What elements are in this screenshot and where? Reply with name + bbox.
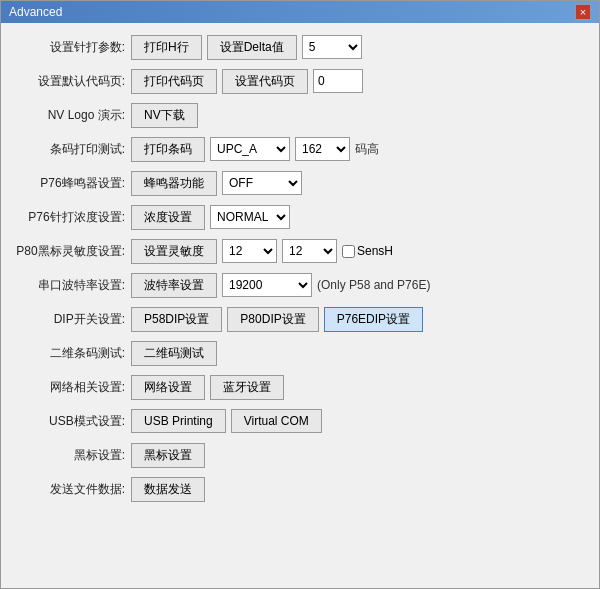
row-pin-params-label: 设置针打参数: — [15, 39, 125, 56]
row-dip-switch-label: DIP开关设置: — [15, 311, 125, 328]
density-set-button[interactable]: 浓度设置 — [131, 205, 205, 230]
sensh-checkbox-text: SensH — [357, 244, 393, 258]
row-default-codepage-label: 设置默认代码页: — [15, 73, 125, 90]
close-button[interactable]: × — [575, 4, 591, 20]
data-send-button[interactable]: 数据发送 — [131, 477, 205, 502]
print-h-line-button[interactable]: 打印H行 — [131, 35, 202, 60]
row-dip-switch: DIP开关设置:P58DIP设置P80DIP设置P76EDIP设置 — [15, 305, 585, 333]
row-p76-buzzer-label: P76蜂鸣器设置: — [15, 175, 125, 192]
buzzer-select[interactable]: OFFON — [222, 171, 302, 195]
row-p80-sensitivity-label: P80黑标灵敏度设置: — [15, 243, 125, 260]
set-codepage-button[interactable]: 设置代码页 — [222, 69, 308, 94]
row-p76-density: P76针打浓度设置:浓度设置NORMALLIGHTDARK — [15, 203, 585, 231]
row-barcode-test-controls: 打印条码UPC_A162码高 — [131, 137, 379, 162]
virtual-com-button[interactable]: Virtual COM — [231, 409, 322, 433]
density-select[interactable]: NORMALLIGHTDARK — [210, 205, 290, 229]
row-nv-logo-label: NV Logo 演示: — [15, 107, 125, 124]
sensitivity-set-button[interactable]: 设置灵敏度 — [131, 239, 217, 264]
row-p76-buzzer-controls: 蜂鸣器功能OFFON — [131, 171, 302, 196]
row-usb-mode-label: USB模式设置: — [15, 413, 125, 430]
codepage-input[interactable] — [313, 69, 363, 93]
sensh-checkbox[interactable] — [342, 245, 355, 258]
row-usb-mode-controls: USB PrintingVirtual COM — [131, 409, 322, 433]
row-serial-baud: 串口波特率设置:波特率设置19200960038400115200(Only P… — [15, 271, 585, 299]
print-codepage-button[interactable]: 打印代码页 — [131, 69, 217, 94]
row-2d-barcode: 二维条码测试:二维码测试 — [15, 339, 585, 367]
nv-download-button[interactable]: NV下载 — [131, 103, 198, 128]
buzzer-func-button[interactable]: 蜂鸣器功能 — [131, 171, 217, 196]
row-pin-params-controls: 打印H行设置Delta值5 — [131, 35, 362, 60]
row-p80-sensitivity: P80黑标灵敏度设置:设置灵敏度1212SensH — [15, 237, 585, 265]
row-default-codepage: 设置默认代码页:打印代码页设置代码页 — [15, 67, 585, 95]
row-2d-barcode-controls: 二维码测试 — [131, 341, 217, 366]
sensitivity-select2[interactable]: 12 — [282, 239, 337, 263]
barcode-num-select[interactable]: 162 — [295, 137, 350, 161]
row-nv-logo-controls: NV下载 — [131, 103, 198, 128]
title-bar: Advanced × — [1, 1, 599, 23]
row-network-label: 网络相关设置: — [15, 379, 125, 396]
window-title: Advanced — [9, 5, 62, 19]
row-p80-sensitivity-controls: 设置灵敏度1212SensH — [131, 239, 393, 264]
baud-set-button[interactable]: 波特率设置 — [131, 273, 217, 298]
row-black-mark: 黑标设置:黑标设置 — [15, 441, 585, 469]
row-serial-baud-label: 串口波特率设置: — [15, 277, 125, 294]
sensitivity-select1[interactable]: 12 — [222, 239, 277, 263]
network-set-button[interactable]: 网络设置 — [131, 375, 205, 400]
content-area: 设置针打参数:打印H行设置Delta值5设置默认代码页:打印代码页设置代码页NV… — [1, 23, 599, 588]
row-barcode-test: 条码打印测试:打印条码UPC_A162码高 — [15, 135, 585, 163]
print-barcode-button[interactable]: 打印条码 — [131, 137, 205, 162]
usb-printing-button[interactable]: USB Printing — [131, 409, 226, 433]
advanced-window: Advanced × 设置针打参数:打印H行设置Delta值5设置默认代码页:打… — [0, 0, 600, 589]
qrcode-test-button[interactable]: 二维码测试 — [131, 341, 217, 366]
barcode-height-label: 码高 — [355, 141, 379, 158]
row-network-controls: 网络设置蓝牙设置 — [131, 375, 284, 400]
baud-select[interactable]: 19200960038400115200 — [222, 273, 312, 297]
row-black-mark-label: 黑标设置: — [15, 447, 125, 464]
row-usb-mode: USB模式设置:USB PrintingVirtual COM — [15, 407, 585, 435]
row-p76-buzzer: P76蜂鸣器设置:蜂鸣器功能OFFON — [15, 169, 585, 197]
baud-note-label: (Only P58 and P76E) — [317, 278, 430, 292]
row-network: 网络相关设置:网络设置蓝牙设置 — [15, 373, 585, 401]
p80dip-button[interactable]: P80DIP设置 — [227, 307, 318, 332]
row-pin-params: 设置针打参数:打印H行设置Delta值5 — [15, 33, 585, 61]
delta-select[interactable]: 5 — [302, 35, 362, 59]
row-send-file-label: 发送文件数据: — [15, 481, 125, 498]
row-p76-density-label: P76针打浓度设置: — [15, 209, 125, 226]
row-serial-baud-controls: 波特率设置19200960038400115200(Only P58 and P… — [131, 273, 430, 298]
row-dip-switch-controls: P58DIP设置P80DIP设置P76EDIP设置 — [131, 307, 423, 332]
row-nv-logo: NV Logo 演示:NV下载 — [15, 101, 585, 129]
set-delta-button[interactable]: 设置Delta值 — [207, 35, 297, 60]
p76edip-button[interactable]: P76EDIP设置 — [324, 307, 423, 332]
row-barcode-test-label: 条码打印测试: — [15, 141, 125, 158]
barcode-type-select[interactable]: UPC_A — [210, 137, 290, 161]
bluetooth-set-button[interactable]: 蓝牙设置 — [210, 375, 284, 400]
sensh-checkbox-label[interactable]: SensH — [342, 244, 393, 258]
black-mark-button[interactable]: 黑标设置 — [131, 443, 205, 468]
row-default-codepage-controls: 打印代码页设置代码页 — [131, 69, 363, 94]
row-send-file: 发送文件数据:数据发送 — [15, 475, 585, 503]
row-p76-density-controls: 浓度设置NORMALLIGHTDARK — [131, 205, 290, 230]
p58dip-button[interactable]: P58DIP设置 — [131, 307, 222, 332]
row-black-mark-controls: 黑标设置 — [131, 443, 205, 468]
row-2d-barcode-label: 二维条码测试: — [15, 345, 125, 362]
row-send-file-controls: 数据发送 — [131, 477, 205, 502]
